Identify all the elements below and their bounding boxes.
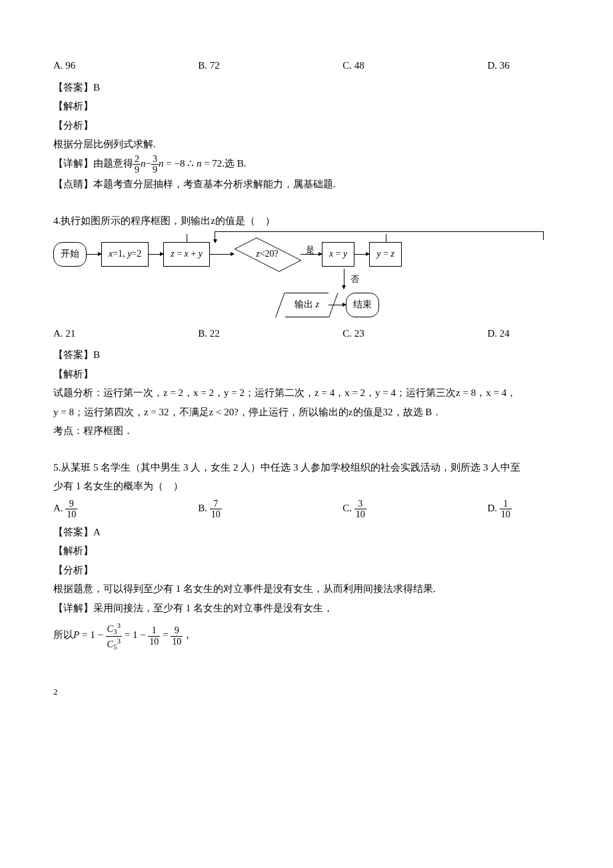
flow-init: x=1, y=2 [101, 242, 149, 267]
q4-analysis-l2: y = 8；运行第四次，z = 32，不满足z < 20?，停止运行，所以输出的… [53, 403, 560, 422]
q5-calc-prefix: 所以 [53, 630, 73, 641]
flow-condition: z<20? [234, 239, 301, 269]
q4-flowchart: 开始 x=1, y=2 z = x + y z<20? 是 x = y y = … [53, 239, 560, 317]
q4-options: A. 21 B. 22 C. 23 D. 24 [53, 324, 560, 343]
q4-answer: 【答案】B [53, 345, 560, 365]
option-a: A. 96 [53, 56, 198, 75]
q3-fenxi: 【分析】 [53, 116, 560, 135]
option-c: C. 23 [342, 324, 487, 343]
q4-analysis-l1: 试题分析：运行第一次，z = 2，x = 2，y = 2；运行第二次，z = 4… [53, 383, 560, 403]
q5-fenxi-body: 根据题意，可以得到至少有 1 名女生的对立事件是没有女生，从而利用间接法求得结果… [53, 579, 560, 599]
flow-start: 开始 [53, 242, 87, 267]
q3-answer: 【答案】B [53, 78, 560, 97]
option-b: B. 72 [198, 56, 342, 75]
q3-options: A. 96 B. 72 C. 48 D. 36 [53, 56, 560, 75]
q5-stem-l2: 少有 1 名女生的概率为（ ） [53, 477, 560, 496]
q3-eq-mid: = −8 ∴ [163, 158, 196, 169]
q5-calc-suffix: ， [183, 630, 193, 641]
q5-calc: 所以P = 1 − C33 C53 = 1 − 110 = 910， [53, 621, 560, 651]
q5-jiexi: 【解析】 [53, 541, 560, 561]
flow-assign-x: x = y [322, 242, 354, 267]
page-number: 2 [53, 684, 560, 701]
option-b: B. 710 [198, 499, 342, 520]
q4-stem: 4.执行如图所示的程序框图，则输出z的值是（ ） [53, 211, 560, 231]
q3-jiexi: 【解析】 [53, 97, 560, 116]
q5-stem-l1: 5.从某班 5 名学生（其中男生 3 人，女生 2 人）中任选 3 人参加学校组… [53, 458, 560, 477]
q4-jiexi: 【解析】 [53, 365, 560, 384]
flow-step: z = x + y [163, 242, 210, 267]
opt-b-label: B. [198, 503, 210, 513]
option-a: A. 910 [53, 499, 198, 520]
q3-xiangjie: 【详解】由题意得29n−39n = −8 ∴ n = 72.选 B. [53, 154, 560, 175]
option-a: A. 21 [53, 324, 198, 343]
flow-no-label: 否 [350, 271, 359, 288]
option-d: D. 110 [487, 499, 560, 520]
flow-output: 输出 z [285, 293, 328, 317]
q5-answer: 【答案】A [53, 523, 560, 542]
option-d: D. 24 [487, 324, 560, 343]
q5-fenxi: 【分析】 [53, 561, 560, 580]
flow-end: 结束 [346, 293, 379, 317]
option-b: B. 22 [198, 324, 342, 343]
flow-assign-y: y = z [369, 242, 402, 267]
flow-yes-label: 是 [306, 242, 314, 259]
q5-xiangjie: 【详解】采用间接法，至少有 1 名女生的对立事件是没有女生， [53, 599, 560, 618]
opt-d-label: D. [487, 503, 499, 513]
option-c: C. 48 [342, 56, 487, 75]
q3-dianjing: 【点睛】本题考查分层抽样，考查基本分析求解能力，属基础题. [53, 175, 560, 194]
q5-options: A. 910 B. 710 C. 310 D. 110 [53, 499, 560, 520]
opt-c-label: C. [342, 503, 354, 513]
option-c: C. 310 [342, 499, 487, 520]
opt-a-label: A. [53, 503, 65, 513]
q3-fenxi-body: 根据分层比例列式求解. [53, 135, 560, 154]
q3-eq-end: = 72.选 B. [201, 158, 246, 169]
q3-xiangjie-prefix: 【详解】由题意得 [53, 158, 133, 169]
option-d: D. 36 [487, 56, 560, 75]
q4-kaodian: 考点：程序框图． [53, 421, 560, 441]
